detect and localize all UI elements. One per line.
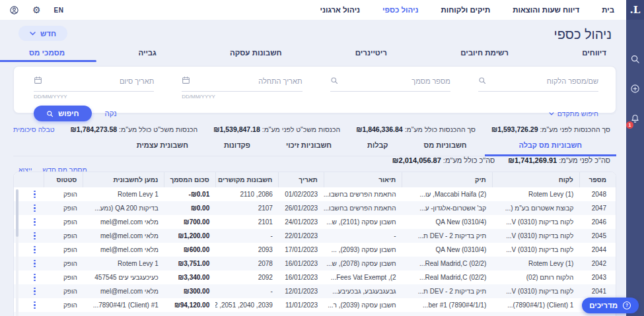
cell-amount: ₪1,200.00 — [164, 229, 215, 243]
table-row[interactable]: 2045 לקוח בדיקות (0310) V... תיק בדיקות … — [14, 229, 616, 243]
column-header-date[interactable]: תאריך — [279, 172, 324, 187]
nav-item-cases-clients[interactable]: תיקים ולקוחות — [441, 6, 491, 14]
subtab-deposits[interactable]: פקדונות — [206, 137, 268, 156]
cell-number: 2041 — [579, 284, 616, 298]
start-date-input[interactable] — [196, 77, 302, 85]
cell-description: התאמת הפרשים בחשבו... — [324, 201, 402, 215]
tab-tax-documents[interactable]: מסמכי מס — [29, 49, 65, 57]
row-menu-kebab-icon[interactable] — [32, 218, 38, 226]
search-filters-card: DD/MM/YYYY DD/MM/YYYY חיפוש מתקדם — [13, 66, 616, 113]
new-button[interactable]: חדש — [18, 26, 67, 41]
subtab-receipts[interactable]: קבלות — [349, 137, 406, 156]
search-button[interactable]: חיפוש — [34, 106, 92, 121]
notifications-bell-icon[interactable]: 1 — [630, 113, 640, 126]
table-row[interactable]: 2041 לקוח בדיקות (0310) V... תיק בדיקות … — [14, 284, 616, 298]
settings-gear-icon[interactable]: ⚙ — [32, 5, 41, 15]
tab-retainers[interactable]: ריטיינרים — [355, 49, 387, 57]
cell-status: הופק — [44, 284, 83, 298]
table-row[interactable]: 2044 לקוח בדיקות (0310) V... QA New (031… — [14, 243, 616, 257]
column-header-client[interactable]: לקוח — [492, 172, 579, 187]
column-header-status[interactable]: סטטוס — [44, 172, 83, 187]
guides-button-label: מדריכים — [589, 301, 618, 309]
column-header-linked-invoices[interactable]: חשבונות מקושרים — [215, 172, 279, 187]
calendar-icon[interactable] — [34, 75, 42, 87]
nav-item-organization[interactable]: ניהול ארגוני — [320, 6, 361, 14]
top-navigation-bar: L. בית דיווח שעות והוצאות תיקים ולקוחות … — [0, 0, 644, 20]
cell-description: התאמת הפרשים בחשבו... — [324, 187, 402, 201]
advanced-search-toggle[interactable]: חיפוש מתקדם — [549, 110, 598, 117]
table-row[interactable]: 2046 לקוח בדיקות (0310) V... QA New (031… — [14, 215, 616, 229]
cell-client: Rotem Levy (1) — [492, 187, 579, 201]
column-header-number[interactable]: מספר — [579, 172, 616, 187]
column-header-recipient[interactable]: נמען לחשבונית — [83, 172, 164, 187]
subtab-credit-invoices[interactable]: חשבוניות זיכוי — [268, 137, 349, 156]
table-row[interactable]: 1 (Client) (7890#4/1)... ber #1 (7890#4/… — [14, 298, 616, 312]
search-button-label: חיפוש — [58, 110, 79, 117]
row-menu-kebab-icon[interactable] — [32, 274, 38, 282]
tab-collection[interactable]: גבייה — [138, 49, 156, 57]
document-number-input[interactable] — [343, 77, 450, 85]
table-scrollbar[interactable] — [16, 189, 18, 316]
cell-number: 2046 — [579, 215, 616, 229]
subtab-tax-invoice-receipt[interactable]: חשבוניות מס קבלה — [485, 137, 617, 156]
date-format-hint: DD/MM/YYYY — [182, 94, 302, 100]
language-toggle[interactable]: EN — [54, 7, 64, 14]
row-menu-kebab-icon[interactable] — [32, 260, 38, 268]
cell-linked: 2107 — [215, 201, 279, 215]
end-date-input[interactable] — [48, 77, 154, 85]
cell-linked: 2086, 2110 — [215, 187, 279, 201]
table-header-row: מספר לקוח תיק תיאור תאריך חשבונות מקושרי… — [14, 172, 616, 187]
row-menu-kebab-icon[interactable] — [32, 232, 38, 240]
topbar-utilities: EN ⚙ — [0, 5, 63, 15]
brand-logo[interactable]: L. — [626, 0, 644, 20]
total-including-vat-value: ₪2,014,056.87 — [392, 156, 441, 164]
tab-reports[interactable]: דיווחים — [582, 49, 606, 57]
search-icon — [478, 75, 486, 87]
tab-charges-list[interactable]: רשימת חיובים — [460, 49, 509, 57]
column-header-description[interactable]: תיאור — [324, 172, 402, 187]
table-row[interactable]: 2047 קבוצת אשטרום בע"מ (... קב' אשטרום-א… — [14, 201, 616, 215]
table-row[interactable]: 2043 הלקוח רותם (02) Real Madrid,C (02/2… — [14, 270, 616, 284]
search-icon[interactable] — [630, 54, 640, 67]
cell-case: QA New (0310/4) — [402, 243, 493, 257]
cell-number: 2044 — [579, 243, 616, 257]
summary-table-link[interactable]: טבלה סיכומית — [13, 125, 54, 133]
cell-recipient: Rotem Levy 1 — [83, 187, 164, 201]
cell-case: Real Madrid,C (02/2)... — [402, 257, 493, 270]
client-search-input[interactable] — [491, 77, 598, 85]
column-header-case[interactable]: תיק — [402, 172, 493, 187]
subtab-self-invoice[interactable]: חשבונית עצמית — [119, 137, 206, 156]
table-row[interactable]: 2042 Rotem Levy (1) Real Madrid,C (02/2)… — [14, 257, 616, 270]
row-menu-kebab-icon[interactable] — [32, 191, 38, 199]
row-menu-kebab-icon[interactable] — [32, 301, 38, 309]
cell-amount: ₪94,120.00 — [164, 298, 215, 312]
nav-item-home[interactable]: בית — [602, 6, 614, 14]
column-header-amount[interactable]: סכום המסמך — [164, 172, 215, 187]
nav-item-time-expenses[interactable]: דיווח שעות והוצאות — [513, 6, 579, 14]
nav-item-financial[interactable]: ניהול כספי — [382, 6, 418, 14]
tab-proforma-invoices[interactable]: חשבונות עסקה — [230, 49, 281, 57]
cell-linked: 2101 — [215, 215, 279, 229]
cell-number: 2045 — [579, 229, 616, 243]
cell-client: קבוצת אשטרום בע"מ (... — [492, 201, 579, 215]
subtab-tax-invoices[interactable]: חשבוניות מס — [406, 137, 485, 156]
total-before-vat-label: סה"כ לפני מע"מ: — [559, 156, 610, 164]
row-menu-kebab-icon[interactable] — [32, 288, 38, 296]
calendar-icon[interactable] — [182, 75, 190, 87]
cell-status: הופק — [44, 187, 83, 201]
cell-date: 12/01/2023 — [279, 284, 324, 298]
clear-button[interactable]: נקה — [105, 110, 117, 117]
table-row[interactable]: 2048 Rotem Levy (1) Maccabi Haifa (2), ע… — [14, 187, 616, 201]
cell-status: הופק — [44, 229, 83, 243]
date-format-hint: DD/MM/YYYY — [34, 94, 154, 100]
row-menu-kebab-icon[interactable] — [32, 205, 38, 212]
cell-description: - — [324, 229, 402, 243]
cell-recipient: כעיכעגבעי עים 457545 — [83, 270, 164, 284]
user-profile-icon[interactable] — [9, 5, 19, 15]
cell-linked: - — [215, 229, 279, 243]
guides-button[interactable]: ? מדריכים — [582, 298, 639, 313]
scrollbar-thumb[interactable] — [16, 189, 18, 237]
row-menu-kebab-icon[interactable] — [32, 246, 38, 254]
cell-linked: 2092 — [215, 270, 279, 284]
add-icon[interactable] — [630, 84, 640, 96]
